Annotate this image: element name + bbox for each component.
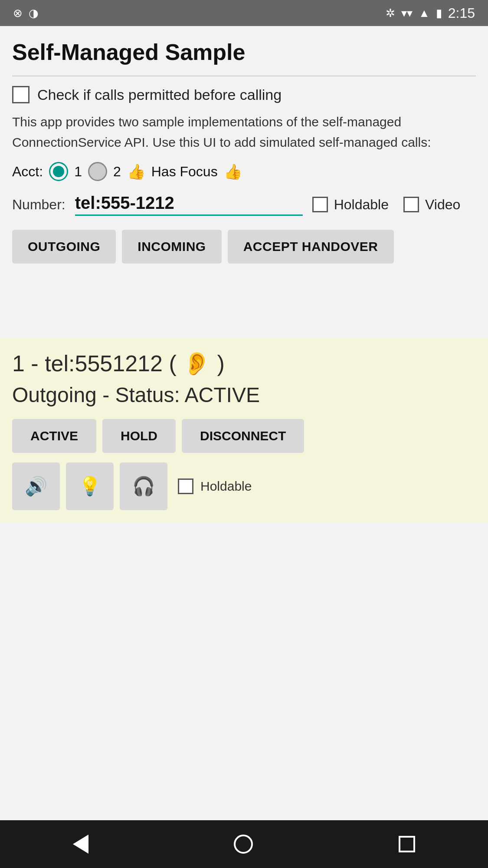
- hold-button[interactable]: HOLD: [102, 419, 176, 453]
- active-button[interactable]: ACTIVE: [12, 419, 96, 453]
- lightbulb-button[interactable]: 💡: [66, 462, 114, 510]
- action-buttons-row: OUTGOING INCOMING ACCEPT HANDOVER: [12, 230, 476, 264]
- speaker-button[interactable]: 🔊: [12, 462, 60, 510]
- acct-row: Acct: 1 2 👍 Has Focus 👍: [12, 162, 476, 181]
- status-time: 2:15: [448, 5, 475, 21]
- status-bar-right: ✲ ▾▾ ▲ ▮ 2:15: [386, 5, 475, 21]
- check-permission-label: Check if calls permitted before calling: [37, 86, 282, 103]
- thumbs-up-icon: 👍: [127, 163, 145, 180]
- incoming-button[interactable]: INCOMING: [122, 230, 221, 264]
- call-icon-row: 🔊 💡 🎧 Holdable: [12, 462, 476, 510]
- accept-handover-button[interactable]: ACCEPT HANDOVER: [228, 230, 394, 264]
- holdable-label: Holdable: [334, 197, 389, 213]
- check-permission-checkbox[interactable]: [12, 86, 29, 103]
- account1-num: 1: [74, 164, 82, 180]
- divider: [12, 76, 476, 76]
- acct-label: Acct:: [12, 164, 43, 180]
- call-status: Outgoing - Status: ACTIVE: [12, 383, 476, 407]
- main-content: Self-Managed Sample Check if calls permi…: [0, 26, 488, 337]
- call-number: 1 - tel:5551212 ( 👂 ): [12, 350, 476, 377]
- number-label: Number:: [12, 197, 66, 213]
- bluetooth-icon: ✲: [386, 7, 395, 20]
- voicemail-icon: ⊗: [13, 7, 23, 20]
- holdable-card-label: Holdable: [200, 479, 252, 494]
- status-bar: ⊗ ◑ ✲ ▾▾ ▲ ▮ 2:15: [0, 0, 488, 26]
- back-button[interactable]: [73, 835, 88, 854]
- number-input[interactable]: [75, 193, 303, 216]
- check-permission-row: Check if calls permitted before calling: [12, 86, 476, 103]
- call-action-buttons: ACTIVE HOLD DISCONNECT: [12, 419, 476, 453]
- home-button[interactable]: [234, 835, 253, 854]
- holdable-card-checkbox[interactable]: [178, 479, 193, 494]
- video-checkbox[interactable]: [403, 197, 419, 212]
- wifi-icon: ▾▾: [401, 7, 413, 20]
- video-label: Video: [425, 197, 460, 213]
- number-row: Number: Holdable Video: [12, 193, 476, 216]
- signal-icon: ▲: [419, 7, 430, 20]
- bottom-nav: [0, 820, 488, 868]
- recents-button[interactable]: [399, 836, 415, 852]
- description-text: This app provides two sample implementat…: [12, 112, 476, 152]
- account2-num: 2: [113, 164, 121, 180]
- disconnect-button[interactable]: DISCONNECT: [182, 419, 304, 453]
- has-focus-label: Has Focus: [151, 164, 218, 180]
- battery-icon: ▮: [436, 7, 442, 20]
- app-title: Self-Managed Sample: [12, 39, 476, 65]
- outgoing-button[interactable]: OUTGOING: [12, 230, 116, 264]
- account1-radio[interactable]: [49, 162, 68, 181]
- call-card: 1 - tel:5551212 ( 👂 ) Outgoing - Status:…: [0, 337, 488, 522]
- account2-radio[interactable]: [88, 162, 107, 181]
- has-focus-icon: 👍: [224, 163, 242, 180]
- holdable-card-row: Holdable: [178, 479, 252, 494]
- holdable-row: Holdable Video: [312, 197, 461, 213]
- spacer: [0, 522, 488, 821]
- sync-icon: ◑: [29, 7, 39, 20]
- headphones-button[interactable]: 🎧: [120, 462, 167, 510]
- holdable-checkbox[interactable]: [312, 197, 328, 212]
- status-bar-left: ⊗ ◑: [13, 7, 39, 20]
